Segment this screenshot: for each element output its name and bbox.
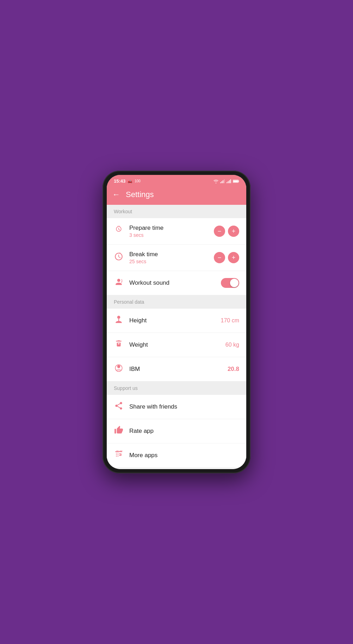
svg-rect-2 (223, 180, 223, 183)
battery-100-icon: 100 (135, 179, 141, 183)
ibm-label: IBM (129, 366, 222, 373)
prepare-time-info: Prepare time 3 secs (129, 225, 208, 238)
svg-rect-9 (239, 181, 239, 182)
ibm-value: 20.8 (228, 366, 239, 373)
workout-sound-label: Workout sound (129, 279, 215, 286)
height-row[interactable]: Height 170 cm (107, 309, 246, 333)
section-workout-header: Workout (107, 205, 246, 218)
break-time-label: Break time (129, 251, 208, 258)
svg-rect-1 (222, 181, 222, 183)
height-info: Height (129, 317, 215, 324)
more-apps-row[interactable]: More apps (107, 443, 246, 468)
share-info: Share with friends (129, 403, 239, 410)
sound-icon (114, 277, 124, 289)
share-row[interactable]: Share with friends (107, 395, 246, 419)
prepare-time-decrease[interactable]: − (214, 226, 225, 237)
battery-icon (233, 179, 239, 183)
ibm-info: IBM (129, 366, 222, 373)
break-time-row[interactable]: Break time 25 secs − + (107, 245, 246, 271)
prepare-time-value: 3 secs (129, 232, 208, 238)
weight-label: Weight (129, 341, 220, 348)
svg-rect-6 (229, 180, 230, 183)
section-support-header: Support us (107, 381, 246, 395)
height-value: 170 cm (221, 317, 239, 324)
status-right (213, 179, 239, 183)
back-button[interactable]: ← (112, 190, 120, 199)
rate-row[interactable]: Rate app (107, 419, 246, 443)
more-apps-label: More apps (129, 452, 239, 459)
svg-rect-0 (220, 182, 221, 183)
workout-sound-row[interactable]: Workout sound (107, 271, 246, 295)
rate-info: Rate app (129, 428, 239, 435)
svg-rect-5 (228, 181, 229, 183)
weight-value: 60 kg (225, 342, 239, 348)
prepare-time-label: Prepare time (129, 225, 208, 232)
section-personal-header: Personal data (107, 295, 246, 309)
weight-icon (114, 339, 124, 351)
break-time-info: Break time 25 secs (129, 251, 208, 264)
break-time-decrease[interactable]: − (214, 252, 225, 263)
rate-icon (114, 425, 124, 437)
toggle-track (221, 278, 239, 288)
timer-icon (114, 226, 124, 237)
rate-label: Rate app (129, 428, 239, 435)
break-time-increase[interactable]: + (228, 252, 239, 263)
page-title: Settings (126, 190, 154, 199)
svg-rect-4 (227, 182, 227, 183)
workout-sound-toggle[interactable] (221, 278, 239, 288)
workout-sound-control[interactable] (221, 278, 239, 288)
signal-icon (220, 179, 225, 183)
signal2-icon (227, 179, 231, 183)
prepare-time-row[interactable]: Prepare time 3 secs − + (107, 218, 246, 245)
car-icon: 🚗 (128, 179, 132, 183)
phone-device: 15:43 🚗 100 (103, 171, 250, 473)
svg-rect-7 (230, 179, 231, 183)
more-apps-info: More apps (129, 452, 239, 459)
section-personal-label: Personal data (114, 299, 144, 305)
prepare-time-increase[interactable]: + (228, 226, 239, 237)
share-icon (114, 401, 124, 412)
svg-rect-3 (224, 179, 225, 183)
share-label: Share with friends (129, 403, 239, 410)
more-apps-icon (114, 450, 124, 461)
status-bar: 15:43 🚗 100 (107, 175, 246, 186)
ibm-icon (114, 364, 124, 375)
top-bar: ← Settings (107, 186, 246, 205)
break-time-control: − + (214, 252, 239, 263)
status-left: 15:43 🚗 100 (114, 178, 141, 184)
status-time: 15:43 (114, 178, 125, 184)
section-support-label: Support us (114, 385, 138, 391)
workout-sound-info: Workout sound (129, 279, 215, 286)
phone-screen: 15:43 🚗 100 (107, 175, 246, 469)
toggle-thumb (230, 279, 239, 287)
weight-row[interactable]: Weight 60 kg (107, 333, 246, 357)
wifi-icon (213, 179, 219, 183)
svg-rect-10 (233, 180, 238, 182)
ibm-row[interactable]: IBM 20.8 (107, 357, 246, 381)
height-icon (114, 315, 124, 326)
break-time-value: 25 secs (129, 259, 208, 264)
prepare-time-control: − + (214, 226, 239, 237)
weight-info: Weight (129, 341, 220, 348)
svg-point-11 (117, 365, 120, 368)
section-workout-label: Workout (114, 209, 132, 214)
settings-content: Workout Prepare time 3 secs − + (107, 205, 246, 469)
height-label: Height (129, 317, 215, 324)
break-timer-icon (114, 252, 124, 263)
